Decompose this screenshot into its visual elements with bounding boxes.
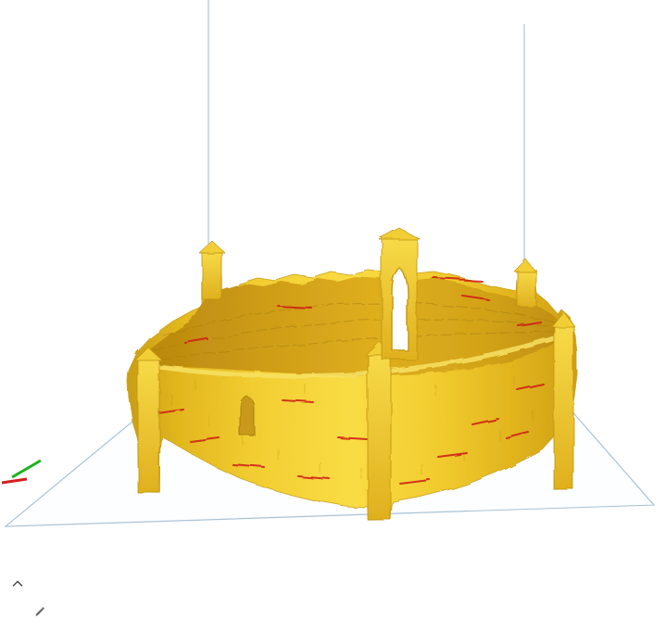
rim-turret-left [202,251,222,299]
buttress-left [138,359,159,493]
object-list-item[interactable] [33,602,55,619]
rim-turret-right-cap [514,259,535,271]
rim-turret-left-cap [199,241,225,253]
y-axis-indicator [12,461,41,477]
chevron-up-icon [11,579,24,587]
3d-viewport[interactable] [0,0,666,557]
arch-tower-cap [379,228,420,239]
arch-tower [379,228,420,360]
edit-pencil-icon [33,604,46,617]
rim-turret-right [517,270,536,307]
origin-axes [2,461,41,483]
wall-niche [240,396,254,436]
x-axis-indicator [2,479,27,483]
buttress-right [554,324,573,489]
buttress-front [368,353,391,520]
object-list-header[interactable] [11,575,32,591]
viewport-canvas[interactable] [0,0,666,557]
arch-window [392,268,408,350]
